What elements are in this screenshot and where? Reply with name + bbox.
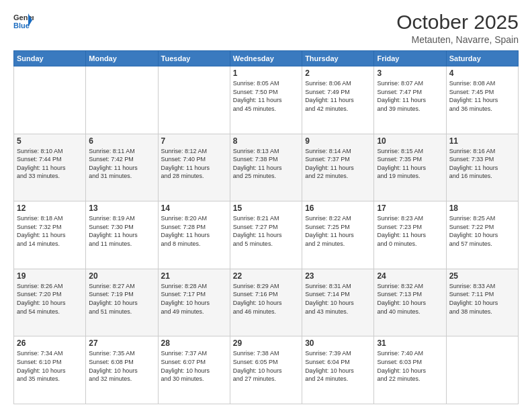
- day-info: Sunrise: 7:35 AM Sunset: 6:08 PM Dayligh…: [89, 349, 154, 383]
- calendar-cell-w2-d5: 10Sunrise: 8:15 AM Sunset: 7:35 PM Dayli…: [374, 134, 446, 201]
- calendar-cell-w1-d5: 3Sunrise: 8:07 AM Sunset: 7:47 PM Daylig…: [374, 66, 446, 134]
- week-row-5: 26Sunrise: 7:34 AM Sunset: 6:10 PM Dayli…: [14, 336, 519, 404]
- calendar-cell-w4-d4: 23Sunrise: 8:31 AM Sunset: 7:14 PM Dayli…: [302, 269, 374, 336]
- day-number: 14: [161, 203, 227, 213]
- day-number: 20: [89, 271, 154, 281]
- header-thursday: Thursday: [302, 51, 374, 66]
- calendar-cell-w5-d6: [446, 336, 518, 404]
- calendar-table: Sunday Monday Tuesday Wednesday Thursday…: [13, 50, 519, 404]
- header-tuesday: Tuesday: [158, 51, 230, 66]
- day-info: Sunrise: 8:21 AM Sunset: 7:27 PM Dayligh…: [233, 214, 299, 248]
- day-number: 2: [305, 68, 371, 78]
- day-number: 23: [305, 271, 371, 281]
- calendar-header: General Blue General Blue October 2025 M…: [13, 11, 519, 45]
- calendar-cell-w5-d5: 31Sunrise: 7:40 AM Sunset: 6:03 PM Dayli…: [374, 336, 446, 404]
- day-number: 10: [377, 136, 443, 146]
- day-number: 11: [449, 136, 515, 146]
- calendar-cell-w3-d4: 16Sunrise: 8:22 AM Sunset: 7:25 PM Dayli…: [302, 201, 374, 269]
- day-number: 22: [233, 271, 299, 281]
- day-info: Sunrise: 7:40 AM Sunset: 6:03 PM Dayligh…: [377, 349, 443, 383]
- day-number: 29: [233, 338, 299, 348]
- calendar-cell-w3-d5: 17Sunrise: 8:23 AM Sunset: 7:23 PM Dayli…: [374, 201, 446, 269]
- day-info: Sunrise: 8:15 AM Sunset: 7:35 PM Dayligh…: [377, 147, 443, 181]
- header-monday: Monday: [86, 51, 158, 66]
- calendar-cell-w1-d1: [86, 66, 158, 134]
- calendar-cell-w4-d1: 20Sunrise: 8:27 AM Sunset: 7:19 PM Dayli…: [86, 269, 158, 336]
- day-info: Sunrise: 7:34 AM Sunset: 6:10 PM Dayligh…: [17, 349, 83, 383]
- day-info: Sunrise: 7:39 AM Sunset: 6:04 PM Dayligh…: [305, 349, 371, 383]
- day-number: 16: [305, 203, 371, 213]
- calendar-cell-w1-d4: 2Sunrise: 8:06 AM Sunset: 7:49 PM Daylig…: [302, 66, 374, 134]
- day-number: 1: [233, 68, 299, 78]
- calendar-cell-w3-d1: 13Sunrise: 8:19 AM Sunset: 7:30 PM Dayli…: [86, 201, 158, 269]
- day-info: Sunrise: 8:14 AM Sunset: 7:37 PM Dayligh…: [305, 147, 371, 181]
- header-wednesday: Wednesday: [230, 51, 302, 66]
- day-info: Sunrise: 8:27 AM Sunset: 7:19 PM Dayligh…: [89, 282, 154, 316]
- day-info: Sunrise: 8:19 AM Sunset: 7:30 PM Dayligh…: [89, 214, 154, 248]
- day-info: Sunrise: 8:25 AM Sunset: 7:22 PM Dayligh…: [449, 214, 515, 248]
- day-info: Sunrise: 8:23 AM Sunset: 7:23 PM Dayligh…: [377, 214, 443, 248]
- calendar-cell-w1-d0: [14, 66, 86, 134]
- calendar-cell-w3-d2: 14Sunrise: 8:20 AM Sunset: 7:28 PM Dayli…: [158, 201, 230, 269]
- weekday-header-row: Sunday Monday Tuesday Wednesday Thursday…: [14, 51, 519, 66]
- calendar-cell-w5-d1: 27Sunrise: 7:35 AM Sunset: 6:08 PM Dayli…: [86, 336, 158, 404]
- week-row-4: 19Sunrise: 8:26 AM Sunset: 7:20 PM Dayli…: [14, 269, 519, 336]
- calendar-cell-w2-d6: 11Sunrise: 8:16 AM Sunset: 7:33 PM Dayli…: [446, 134, 518, 201]
- day-number: 12: [17, 203, 83, 213]
- day-number: 27: [89, 338, 154, 348]
- week-row-1: 1Sunrise: 8:05 AM Sunset: 7:50 PM Daylig…: [14, 66, 519, 134]
- calendar-cell-w3-d3: 15Sunrise: 8:21 AM Sunset: 7:27 PM Dayli…: [230, 201, 302, 269]
- day-info: Sunrise: 8:12 AM Sunset: 7:40 PM Dayligh…: [161, 147, 227, 181]
- day-info: Sunrise: 7:37 AM Sunset: 6:07 PM Dayligh…: [161, 349, 227, 383]
- day-info: Sunrise: 7:38 AM Sunset: 6:05 PM Dayligh…: [233, 349, 299, 383]
- calendar-cell-w2-d0: 5Sunrise: 8:10 AM Sunset: 7:44 PM Daylig…: [14, 134, 86, 201]
- week-row-3: 12Sunrise: 8:18 AM Sunset: 7:32 PM Dayli…: [14, 201, 519, 269]
- calendar-cell-w4-d2: 21Sunrise: 8:28 AM Sunset: 7:17 PM Dayli…: [158, 269, 230, 336]
- day-number: 9: [305, 136, 371, 146]
- day-number: 28: [161, 338, 227, 348]
- calendar-title: October 2025: [396, 11, 519, 33]
- header-friday: Friday: [374, 51, 446, 66]
- day-number: 3: [377, 68, 443, 78]
- header-saturday: Saturday: [446, 51, 518, 66]
- calendar-cell-w4-d3: 22Sunrise: 8:29 AM Sunset: 7:16 PM Dayli…: [230, 269, 302, 336]
- day-info: Sunrise: 8:08 AM Sunset: 7:45 PM Dayligh…: [449, 79, 515, 113]
- day-number: 15: [233, 203, 299, 213]
- day-info: Sunrise: 8:33 AM Sunset: 7:11 PM Dayligh…: [449, 282, 515, 316]
- calendar-cell-w3-d6: 18Sunrise: 8:25 AM Sunset: 7:22 PM Dayli…: [446, 201, 518, 269]
- day-info: Sunrise: 8:10 AM Sunset: 7:44 PM Dayligh…: [17, 147, 83, 181]
- day-info: Sunrise: 8:26 AM Sunset: 7:20 PM Dayligh…: [17, 282, 83, 316]
- calendar-cell-w5-d3: 29Sunrise: 7:38 AM Sunset: 6:05 PM Dayli…: [230, 336, 302, 404]
- day-info: Sunrise: 8:20 AM Sunset: 7:28 PM Dayligh…: [161, 214, 227, 248]
- logo-icon: General Blue: [13, 11, 34, 31]
- day-info: Sunrise: 8:16 AM Sunset: 7:33 PM Dayligh…: [449, 147, 515, 181]
- svg-text:Blue: Blue: [13, 21, 30, 30]
- calendar-cell-w2-d2: 7Sunrise: 8:12 AM Sunset: 7:40 PM Daylig…: [158, 134, 230, 201]
- day-number: 4: [449, 68, 515, 78]
- calendar-cell-w5-d2: 28Sunrise: 7:37 AM Sunset: 6:07 PM Dayli…: [158, 336, 230, 404]
- day-info: Sunrise: 8:32 AM Sunset: 7:13 PM Dayligh…: [377, 282, 443, 316]
- week-row-2: 5Sunrise: 8:10 AM Sunset: 7:44 PM Daylig…: [14, 134, 519, 201]
- calendar-cell-w5-d4: 30Sunrise: 7:39 AM Sunset: 6:04 PM Dayli…: [302, 336, 374, 404]
- day-number: 17: [377, 203, 443, 213]
- day-info: Sunrise: 8:22 AM Sunset: 7:25 PM Dayligh…: [305, 214, 371, 248]
- calendar-cell-w5-d0: 26Sunrise: 7:34 AM Sunset: 6:10 PM Dayli…: [14, 336, 86, 404]
- day-info: Sunrise: 8:31 AM Sunset: 7:14 PM Dayligh…: [305, 282, 371, 316]
- title-block: October 2025 Metauten, Navarre, Spain: [396, 11, 519, 45]
- day-number: 30: [305, 338, 371, 348]
- day-number: 24: [377, 271, 443, 281]
- calendar-cell-w1-d3: 1Sunrise: 8:05 AM Sunset: 7:50 PM Daylig…: [230, 66, 302, 134]
- day-number: 7: [161, 136, 227, 146]
- day-number: 18: [449, 203, 515, 213]
- calendar-cell-w2-d3: 8Sunrise: 8:13 AM Sunset: 7:38 PM Daylig…: [230, 134, 302, 201]
- calendar-cell-w2-d1: 6Sunrise: 8:11 AM Sunset: 7:42 PM Daylig…: [86, 134, 158, 201]
- calendar-cell-w1-d6: 4Sunrise: 8:08 AM Sunset: 7:45 PM Daylig…: [446, 66, 518, 134]
- day-number: 6: [89, 136, 154, 146]
- logo: General Blue General Blue: [13, 11, 34, 31]
- day-number: 26: [17, 338, 83, 348]
- day-info: Sunrise: 8:11 AM Sunset: 7:42 PM Dayligh…: [89, 147, 154, 181]
- day-number: 21: [161, 271, 227, 281]
- day-number: 8: [233, 136, 299, 146]
- calendar-cell-w4-d5: 24Sunrise: 8:32 AM Sunset: 7:13 PM Dayli…: [374, 269, 446, 336]
- calendar-cell-w4-d0: 19Sunrise: 8:26 AM Sunset: 7:20 PM Dayli…: [14, 269, 86, 336]
